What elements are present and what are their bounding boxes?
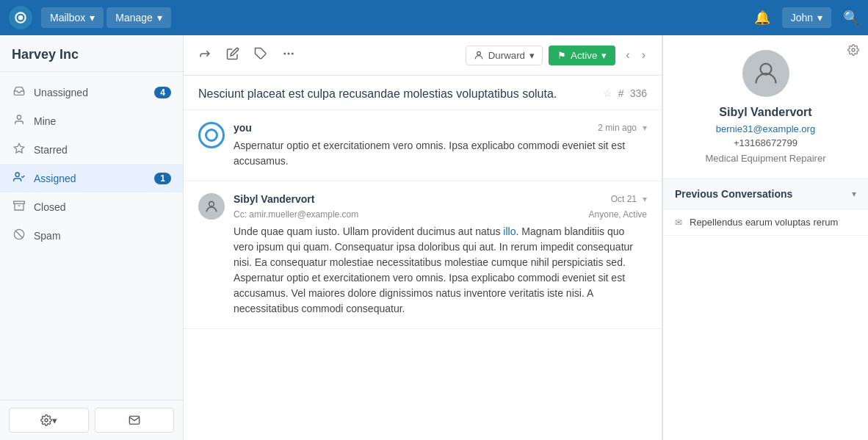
contact-section: Sibyl Vandervort bernie31@example.org +1… [663,35,868,179]
svg-point-13 [292,53,294,55]
assigned-badge: 1 [154,173,171,184]
svg-point-9 [45,419,48,422]
compose-button[interactable] [95,408,175,433]
sidebar-item-unassigned[interactable]: Unassigned 4 [0,78,183,107]
message-timestamp: 2 min ago [598,123,637,133]
message-item: Sibyl Vandervort Oct 21 ▾ Cc: amir.muell… [184,181,662,329]
chevron-down-icon: ▾ [852,189,856,199]
message-body: Aspernatur optio et exercitationem vero … [234,138,647,169]
archive-icon [12,200,26,214]
svg-point-15 [209,201,214,206]
message-sender: you [234,122,252,134]
settings-dropdown-icon: ▾ [52,415,57,426]
sidebar-item-closed[interactable]: Closed [0,192,183,221]
prev-conversations-title: Previous Conversations [675,188,792,200]
svg-line-8 [15,231,22,237]
manage-label: Manage [115,12,153,24]
user-label: John [791,12,813,24]
topnav-left: Mailbox ▾ Manage ▾ [9,6,171,29]
svg-point-1 [18,15,23,21]
message-meta: 2 min ago ▾ [598,123,647,133]
prev-conversations-header[interactable]: Previous Conversations ▾ [663,179,868,209]
sidebar-mine-label: Mine [34,115,171,127]
settings-button[interactable]: ▾ [9,408,89,433]
prev-item-text: Repellendus earum voluptas rerum [690,217,838,228]
toolbar-right: Durward ▾ ⚑ Active ▾ ‹ › [466,46,650,65]
message-sender: Sibyl Vandervort [234,193,314,205]
notification-icon[interactable]: 🔔 [754,10,770,26]
nav-arrows: ‹ › [621,46,650,65]
inbox-icon [12,85,26,99]
hash-symbol: # [618,87,624,99]
status-button[interactable]: ⚑ Active ▾ [549,46,615,65]
sidebar-item-mine[interactable]: Mine [0,107,183,135]
contact-phone: +13168672799 [734,137,798,148]
app-logo [9,6,32,29]
user-icon [12,114,26,128]
inline-link[interactable]: illo [503,226,516,237]
next-conversation-button[interactable]: › [637,46,650,65]
prev-conversation-button[interactable]: ‹ [621,46,634,65]
unassigned-badge: 4 [154,87,171,98]
subject-meta: ☆ # 336 [603,87,647,99]
conversation-subject: Nesciunt placeat est culpa recusandae mo… [184,76,662,110]
email-icon: ✉ [675,217,682,228]
contact-email[interactable]: bernie31@example.org [716,123,815,134]
toolbar-actions [195,44,298,66]
contact-name: Sibyl Vandervort [719,106,811,119]
edit-button[interactable] [223,44,242,66]
svg-point-4 [15,173,19,176]
status-dropdown-icon: ▾ [601,50,607,61]
svg-point-11 [283,53,286,55]
sidebar: Harvey Inc Unassigned 4 Mine Starred [0,35,184,440]
message-expand-icon[interactable]: ▾ [643,194,647,204]
right-panel: Sibyl Vandervort bernie31@example.org +1… [662,35,868,440]
previous-conversations: Previous Conversations ▾ ✉ Repellendus e… [663,179,868,236]
sidebar-unassigned-label: Unassigned [34,87,154,98]
user-menu-button[interactable]: John ▾ [782,7,831,28]
assignee-button[interactable]: Durward ▾ [466,46,543,65]
cc-email: amir.mueller@example.com [249,209,358,220]
svg-point-14 [477,51,480,55]
sidebar-nav: Unassigned 4 Mine Starred Assigned [0,72,183,400]
message-body: Unde quae quam iusto. Ullam provident du… [234,224,647,317]
message-header: Sibyl Vandervort Oct 21 ▾ [234,193,647,205]
message-header: you 2 min ago ▾ [234,122,647,134]
conversation-number: 336 [630,87,647,99]
message-expand-icon[interactable]: ▾ [643,123,647,133]
ban-icon [12,228,26,242]
sidebar-assigned-label: Assigned [34,173,154,184]
star-toggle[interactable]: ☆ [603,87,612,99]
message-avatar-user [198,193,225,220]
more-button[interactable] [279,44,298,66]
manage-button[interactable]: Manage ▾ [106,7,171,28]
status-label: Active [571,50,597,61]
contact-avatar [742,50,789,97]
svg-rect-5 [14,201,25,203]
sidebar-item-starred[interactable]: Starred [0,135,183,164]
sidebar-item-assigned[interactable]: Assigned 1 [0,164,183,192]
subject-text: Nesciunt placeat est culpa recusandae mo… [198,87,591,101]
messages-container: you 2 min ago ▾ Aspernatur optio et exer… [184,110,662,440]
message-avatar-system [198,122,225,148]
mailbox-label: Mailbox [50,12,85,24]
sidebar-spam-label: Spam [34,230,171,242]
search-icon[interactable]: 🔍 [843,10,859,26]
sidebar-item-spam[interactable]: Spam [0,221,183,250]
main-layout: Harvey Inc Unassigned 4 Mine Starred [0,35,868,440]
message-content: Sibyl Vandervort Oct 21 ▾ Cc: amir.muell… [234,193,647,317]
message-content: you 2 min ago ▾ Aspernatur optio et exer… [234,122,647,169]
message-item: you 2 min ago ▾ Aspernatur optio et exer… [184,110,662,181]
conversation-toolbar: Durward ▾ ⚑ Active ▾ ‹ › [184,35,662,76]
tag-button[interactable] [251,44,270,66]
mailbox-button[interactable]: Mailbox ▾ [41,7,104,28]
topnav-right: 🔔 John ▾ 🔍 [754,7,859,28]
prev-conversation-item[interactable]: ✉ Repellendus earum voluptas rerum [663,209,868,236]
org-name: Harvey Inc [0,35,183,72]
anyone-active: Anyone, Active [589,209,647,220]
assignee-dropdown-icon: ▾ [529,50,535,61]
panel-settings-button[interactable] [847,44,859,58]
forward-button[interactable] [195,44,214,66]
mailbox-dropdown-icon: ▾ [90,12,95,24]
assignee-label: Durward [488,50,525,61]
